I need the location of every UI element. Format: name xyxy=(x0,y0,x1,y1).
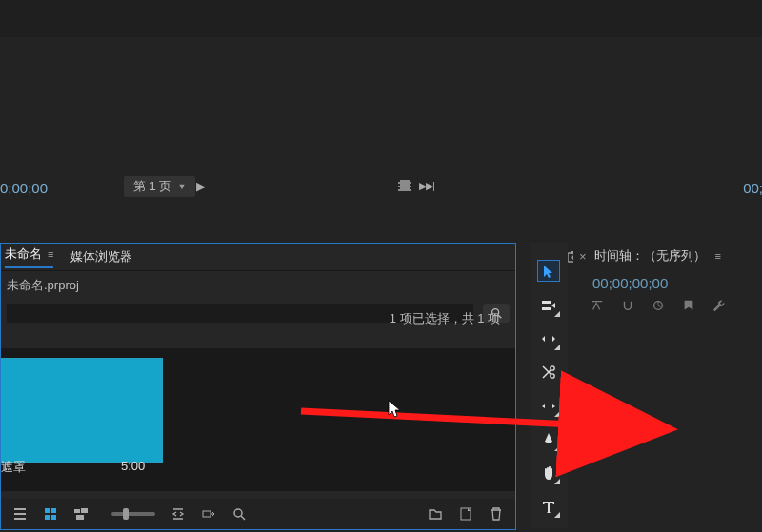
film-icon[interactable] xyxy=(398,180,411,191)
svg-rect-9 xyxy=(45,515,50,520)
clip-duration: 5:00 xyxy=(121,459,145,473)
svg-rect-13 xyxy=(76,515,84,520)
svg-rect-12 xyxy=(81,508,88,513)
svg-point-15 xyxy=(234,509,242,517)
selection-info: 1 项已选择，共 1 项 xyxy=(390,310,500,327)
type-tool[interactable] xyxy=(538,497,559,517)
thumbnail-area[interactable] xyxy=(1,348,515,491)
list-view-icon[interactable] xyxy=(12,506,28,522)
play-icon[interactable]: ▶ xyxy=(196,179,206,193)
page-dropdown[interactable]: 第 1 页 ▼ xyxy=(124,176,195,197)
linked-selection-icon[interactable] xyxy=(652,299,665,312)
svg-point-19 xyxy=(551,366,554,370)
snap-icon[interactable] xyxy=(621,299,634,312)
pen-tool[interactable] xyxy=(538,429,559,449)
trash-icon[interactable] xyxy=(489,506,504,522)
tab-timeline[interactable]: 时间轴：（无序列） xyxy=(594,247,706,265)
chevron-down-icon: ▼ xyxy=(177,182,186,191)
tab-media-browser-label: 媒体浏览器 xyxy=(70,248,132,266)
selection-tool[interactable] xyxy=(537,260,560,282)
new-bin-icon[interactable] xyxy=(428,506,443,522)
tab-project[interactable]: 未命名 ≡ xyxy=(5,246,53,268)
svg-rect-17 xyxy=(542,301,551,304)
outpoint-icon[interactable]: ▶▶| xyxy=(419,180,434,192)
ripple-edit-tool[interactable] xyxy=(538,329,559,349)
find-icon[interactable] xyxy=(231,506,247,522)
settings-icon[interactable] xyxy=(712,299,726,312)
tab-project-label: 未命名 xyxy=(5,246,42,263)
track-select-tool[interactable] xyxy=(538,295,559,315)
svg-point-20 xyxy=(551,374,554,378)
svg-rect-8 xyxy=(51,508,56,513)
timeline-timecode[interactable]: 00;00;00;00 xyxy=(573,269,762,297)
freeform-view-icon[interactable] xyxy=(73,506,89,522)
clip-thumbnail[interactable] xyxy=(1,358,163,463)
new-item-icon[interactable] xyxy=(458,506,473,522)
source-timecode-in: 0;00;00 xyxy=(0,180,48,196)
close-icon[interactable]: × xyxy=(579,249,587,264)
sort-icon[interactable] xyxy=(170,506,186,522)
razor-tool[interactable] xyxy=(538,363,559,383)
marker-icon[interactable] xyxy=(682,299,695,312)
panel-menu-icon[interactable]: ≡ xyxy=(48,248,53,260)
zoom-slider[interactable] xyxy=(111,512,155,516)
slip-tool[interactable] xyxy=(538,396,559,416)
tool-strip xyxy=(530,243,568,528)
automate-to-sequence-icon[interactable] xyxy=(201,506,216,522)
timeline-panel: × 时间轴：（无序列） ≡ 00;00;00;00 xyxy=(573,243,762,528)
hand-tool[interactable] xyxy=(538,463,559,483)
panel-menu-icon[interactable]: ≡ xyxy=(715,250,721,262)
project-filename: 未命名.prproj xyxy=(1,271,515,304)
svg-rect-7 xyxy=(45,508,50,513)
svg-rect-11 xyxy=(74,509,80,513)
source-timecode-out: 00; xyxy=(743,180,762,196)
svg-rect-18 xyxy=(542,307,551,310)
svg-rect-10 xyxy=(51,515,56,520)
tab-media-browser[interactable]: 媒体浏览器 xyxy=(70,248,132,266)
clip-label[interactable]: 遮罩 xyxy=(1,459,26,476)
page-dropdown-label: 第 1 页 xyxy=(133,178,171,195)
svg-rect-14 xyxy=(203,511,211,517)
icon-view-icon[interactable] xyxy=(43,506,58,522)
project-panel: 未命名 ≡ 媒体浏览器 未命名.prproj 1 项已选择，共 1 项 遮罩 5… xyxy=(0,243,516,530)
insert-seq-icon[interactable] xyxy=(591,299,604,312)
